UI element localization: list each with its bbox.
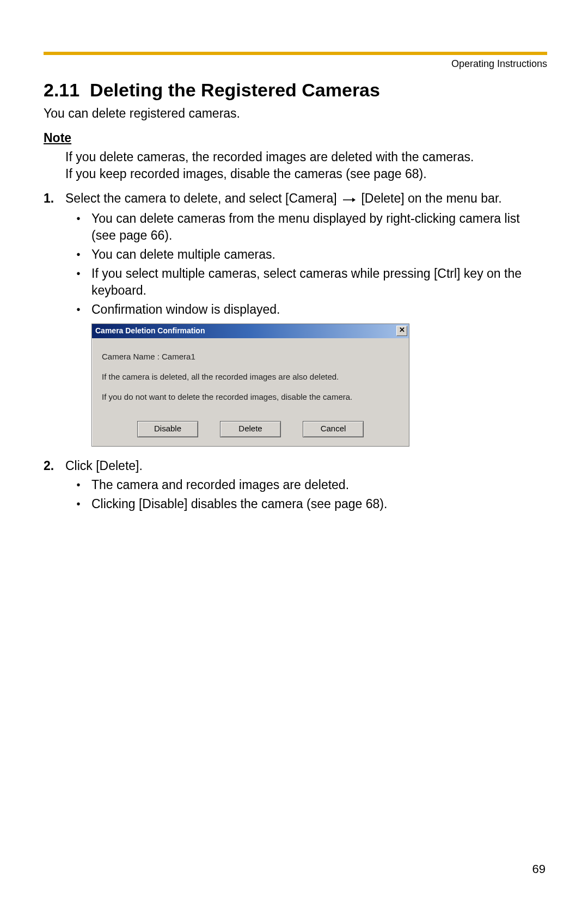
bullet-icon: • xyxy=(65,246,91,263)
step-1-bullets: •You can delete cameras from the menu di… xyxy=(65,210,547,318)
header-label: Operating Instructions xyxy=(44,58,547,70)
bullet-text: Clicking [Disable] disables the camera (… xyxy=(91,496,547,513)
dialog-line-2: If you do not want to delete the recorde… xyxy=(102,391,399,403)
step-2-bullets: •The camera and recorded images are dele… xyxy=(65,477,547,513)
bullet-icon: • xyxy=(65,210,91,244)
dialog-line-1: If the camera is deleted, all the record… xyxy=(102,370,399,383)
header-rule xyxy=(44,52,547,55)
steps-list: 1. Select the camera to delete, and sele… xyxy=(44,190,547,518)
bullet-icon: • xyxy=(65,496,91,513)
list-item: •The camera and recorded images are dele… xyxy=(65,477,547,493)
step-1-text-before: Select the camera to delete, and select … xyxy=(65,191,337,205)
dialog-titlebar: Camera Deletion Confirmation ✕ xyxy=(92,324,409,338)
disable-button[interactable]: Disable xyxy=(137,421,198,437)
note-line-2: If you keep recorded images, disable the… xyxy=(65,167,427,181)
bullet-text: The camera and recorded images are delet… xyxy=(91,477,547,493)
page-number: 69 xyxy=(532,862,546,876)
step-1-text-after: [Delete] on the menu bar. xyxy=(361,191,501,205)
bullet-icon: • xyxy=(65,477,91,493)
section-number: 2.11 xyxy=(44,80,79,100)
dialog-title: Camera Deletion Confirmation xyxy=(95,326,205,336)
bullet-text: If you select multiple cameras, select c… xyxy=(91,265,547,299)
list-item: •Confirmation window is displayed. xyxy=(65,301,547,318)
bullet-text: You can delete multiple cameras. xyxy=(91,246,547,263)
list-item: •You can delete cameras from the menu di… xyxy=(65,210,547,244)
section-title-text: Deleting the Registered Cameras xyxy=(90,80,380,100)
step-number: 2. xyxy=(44,457,65,518)
bullet-icon: • xyxy=(65,265,91,299)
dialog-body: Camera Name : Camera1 If the camera is d… xyxy=(92,338,409,420)
list-item: •Clicking [Disable] disables the camera … xyxy=(65,496,547,513)
bullet-text: Confirmation window is displayed. xyxy=(91,301,547,318)
note-line-1: If you delete cameras, the recorded imag… xyxy=(65,150,474,164)
arrow-right-icon xyxy=(342,191,356,208)
document-page: Operating Instructions 2.11 Deleting the… xyxy=(0,0,588,909)
step-number: 1. xyxy=(44,190,65,454)
dialog-screenshot: Camera Deletion Confirmation ✕ Camera Na… xyxy=(91,324,547,447)
bullet-icon: • xyxy=(65,301,91,318)
list-item: •If you select multiple cameras, select … xyxy=(65,265,547,299)
delete-button[interactable]: Delete xyxy=(220,421,281,437)
step-1: 1. Select the camera to delete, and sele… xyxy=(44,190,547,454)
close-icon[interactable]: ✕ xyxy=(396,326,407,336)
step-2-text: Click [Delete]. xyxy=(65,459,143,473)
cancel-button[interactable]: Cancel xyxy=(303,421,364,437)
step-2: 2. Click [Delete]. •The camera and recor… xyxy=(44,457,547,518)
dialog-camera-name: Camera Name : Camera1 xyxy=(102,350,399,363)
note-body: If you delete cameras, the recorded imag… xyxy=(65,149,547,182)
note-heading: Note xyxy=(44,131,547,145)
bullet-text: You can delete cameras from the menu dis… xyxy=(91,210,547,244)
section-title: 2.11 Deleting the Registered Cameras xyxy=(44,80,547,101)
svg-marker-1 xyxy=(352,198,356,202)
list-item: •You can delete multiple cameras. xyxy=(65,246,547,263)
confirmation-dialog: Camera Deletion Confirmation ✕ Camera Na… xyxy=(91,324,409,447)
section-intro: You can delete registered cameras. xyxy=(44,106,547,121)
dialog-button-row: Disable Delete Cancel xyxy=(92,420,409,446)
